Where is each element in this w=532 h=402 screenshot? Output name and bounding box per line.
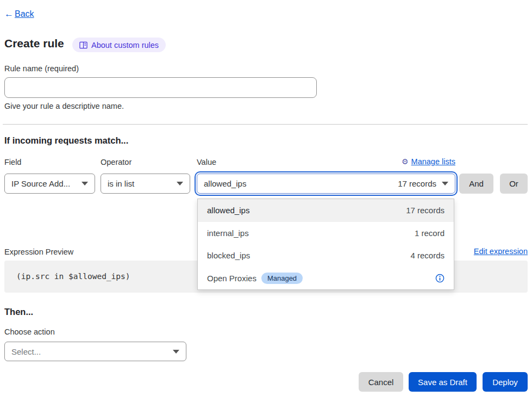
list-option-records: 1 record [415, 228, 445, 238]
action-select-placeholder: Select... [11, 347, 167, 356]
operator-select-value: is in list [108, 179, 171, 188]
operator-select[interactable]: is in list [101, 174, 190, 194]
chevron-down-icon [442, 182, 448, 185]
chevron-down-icon [82, 182, 88, 185]
operator-label: Operator [101, 158, 132, 166]
value-select[interactable]: allowed_ips 17 records [197, 174, 455, 194]
expression-preview-label: Expression Preview [4, 248, 73, 256]
or-button[interactable]: Or [500, 174, 528, 194]
managed-badge: Managed [261, 273, 303, 284]
value-select-record-count: 17 records [398, 179, 436, 188]
page-title: Create rule [4, 37, 64, 50]
back-label: Back [15, 9, 34, 19]
list-option-name: allowed_ips [207, 206, 249, 215]
gear-icon: ⚙ [402, 158, 409, 165]
then-section-heading: Then... [4, 307, 33, 317]
list-option-allowed-ips[interactable]: allowed_ips 17 records [198, 199, 454, 222]
back-link[interactable]: ← Back [4, 9, 34, 20]
deploy-button[interactable]: Deploy [483, 372, 528, 392]
about-custom-rules-link[interactable]: About custom rules [72, 38, 166, 52]
cancel-button[interactable]: Cancel [359, 372, 403, 392]
list-option-name: Open Proxies [207, 274, 256, 283]
list-option-records: 17 records [406, 206, 445, 215]
list-option-open-proxies[interactable]: Open Proxies Managed [198, 267, 454, 290]
list-option-name: internal_ips [207, 228, 249, 238]
create-rule-page: ← Back Create rule About custom rules Ru… [0, 0, 532, 402]
field-select[interactable]: IP Source Add... [4, 174, 95, 194]
match-section-heading: If incoming requests match... [4, 135, 128, 146]
list-option-name: blocked_ips [207, 251, 250, 260]
field-label: Field [4, 158, 21, 166]
book-icon [79, 41, 87, 49]
value-select-value: allowed_ips [204, 179, 398, 188]
rule-name-help-text: Give your rule a descriptive name. [4, 102, 124, 110]
chevron-down-icon [173, 350, 179, 354]
section-divider [3, 124, 528, 125]
chevron-down-icon [177, 182, 183, 185]
save-as-draft-button[interactable]: Save as Draft [409, 372, 477, 392]
and-button[interactable]: And [459, 174, 493, 194]
list-option-blocked-ips[interactable]: blocked_ips 4 records [198, 244, 454, 267]
choose-action-label: Choose action [4, 327, 55, 336]
expression-code: (ip.src in $allowed_ips) [16, 272, 130, 281]
list-option-internal-ips[interactable]: internal_ips 1 record [198, 222, 454, 245]
list-option-records: 4 records [410, 251, 445, 260]
info-icon[interactable] [435, 274, 445, 283]
rule-name-input[interactable] [4, 77, 317, 98]
about-badge-label: About custom rules [91, 41, 159, 50]
list-dropdown: allowed_ips 17 records internal_ips 1 re… [197, 199, 454, 290]
action-select[interactable]: Select... [4, 342, 186, 361]
field-select-value: IP Source Add... [11, 179, 76, 188]
manage-lists-label: Manage lists [411, 157, 455, 166]
manage-lists-link[interactable]: ⚙ Manage lists [197, 157, 455, 166]
rule-name-label: Rule name (required) [4, 64, 79, 73]
edit-expression-link[interactable]: Edit expression [474, 247, 528, 256]
back-arrow-icon: ← [4, 9, 14, 20]
